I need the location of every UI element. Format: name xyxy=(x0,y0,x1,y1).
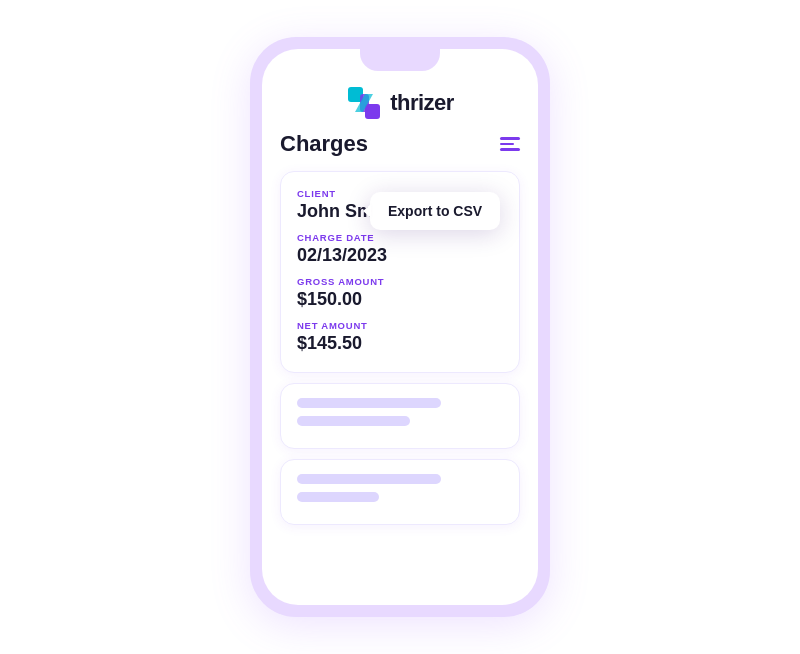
skeleton-line xyxy=(297,492,379,502)
net-amount-label: NET AMOUNT xyxy=(297,320,503,331)
menu-line-3 xyxy=(500,148,520,151)
menu-line-2 xyxy=(500,143,514,146)
app-name: thrizer xyxy=(390,90,454,116)
menu-button[interactable] xyxy=(500,137,520,151)
gross-amount-label: GROSS AMOUNT xyxy=(297,276,503,287)
charges-header: Charges xyxy=(280,131,520,157)
logo-area: thrizer xyxy=(262,71,538,131)
gross-amount-value: $150.00 xyxy=(297,289,503,310)
skeleton-card-2 xyxy=(280,459,520,525)
skeleton-line xyxy=(297,398,441,408)
net-amount-value: $145.50 xyxy=(297,333,503,354)
export-tooltip[interactable]: Export to CSV xyxy=(370,192,500,230)
scene: thrizer Charges CLIENT John Smith xyxy=(0,0,800,654)
export-label: Export to CSV xyxy=(388,203,482,219)
phone-mockup: thrizer Charges CLIENT John Smith xyxy=(250,37,550,617)
charge-date-value: 02/13/2023 xyxy=(297,245,503,266)
phone-notch xyxy=(360,49,440,71)
page-title: Charges xyxy=(280,131,368,157)
skeleton-card-1 xyxy=(280,383,520,449)
thrizer-logo-icon xyxy=(346,85,382,121)
charge-date-label: CHARGE DATE xyxy=(297,232,503,243)
menu-line-1 xyxy=(500,137,520,140)
skeleton-line xyxy=(297,416,410,426)
skeleton-line xyxy=(297,474,441,484)
phone-screen: thrizer Charges CLIENT John Smith xyxy=(262,49,538,605)
